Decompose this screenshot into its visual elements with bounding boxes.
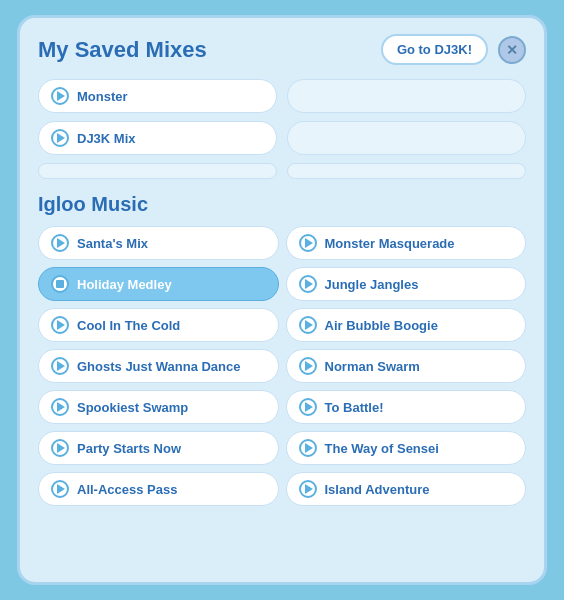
igloo-music-section: Igloo Music Santa's Mix Monster Masquera… — [38, 193, 526, 506]
music-label-holiday-medley: Holiday Medley — [77, 277, 172, 292]
saved-mix-row-1: Monster — [38, 79, 526, 113]
play-icon — [299, 480, 317, 498]
saved-mix-empty-1[interactable] — [287, 79, 526, 113]
saved-mix-empty-4[interactable] — [287, 163, 526, 179]
close-button[interactable]: ✕ — [498, 36, 526, 64]
saved-mix-empty-2[interactable] — [287, 121, 526, 155]
play-icon — [51, 398, 69, 416]
music-label-air-bubble-boogie: Air Bubble Boogie — [325, 318, 438, 333]
header: My Saved Mixes Go to DJ3K! ✕ — [38, 34, 526, 65]
music-item-santas-mix[interactable]: Santa's Mix — [38, 226, 279, 260]
music-item-jungle-jangles[interactable]: Jungle Jangles — [286, 267, 527, 301]
play-triangle — [57, 443, 65, 453]
music-item-air-bubble-boogie[interactable]: Air Bubble Boogie — [286, 308, 527, 342]
play-icon — [51, 357, 69, 375]
play-icon — [299, 357, 317, 375]
music-item-ghosts-wanna-dance[interactable]: Ghosts Just Wanna Dance — [38, 349, 279, 383]
goto-dj3k-button[interactable]: Go to DJ3K! — [381, 34, 488, 65]
music-label-ghosts-wanna-dance: Ghosts Just Wanna Dance — [77, 359, 241, 374]
music-item-way-of-sensei[interactable]: The Way of Sensei — [286, 431, 527, 465]
play-triangle — [57, 402, 65, 412]
play-triangle — [305, 361, 313, 371]
music-label-norman-swarm: Norman Swarm — [325, 359, 420, 374]
play-icon — [51, 439, 69, 457]
igloo-music-title: Igloo Music — [38, 193, 526, 216]
music-label-jungle-jangles: Jungle Jangles — [325, 277, 419, 292]
play-triangle — [57, 320, 65, 330]
play-icon — [51, 234, 69, 252]
play-icon — [299, 234, 317, 252]
play-triangle — [305, 443, 313, 453]
play-triangle — [57, 133, 65, 143]
play-triangle — [305, 238, 313, 248]
play-triangle — [57, 484, 65, 494]
music-label-to-battle: To Battle! — [325, 400, 384, 415]
play-icon — [51, 129, 69, 147]
music-item-holiday-medley[interactable]: Holiday Medley — [38, 267, 279, 301]
play-triangle — [305, 402, 313, 412]
music-item-island-adventure[interactable]: Island Adventure — [286, 472, 527, 506]
music-item-monster-masquerade[interactable]: Monster Masquerade — [286, 226, 527, 260]
stop-icon — [51, 275, 69, 293]
music-label-santas-mix: Santa's Mix — [77, 236, 148, 251]
music-item-cool-in-cold[interactable]: Cool In The Cold — [38, 308, 279, 342]
play-triangle — [57, 361, 65, 371]
music-item-party-starts-now[interactable]: Party Starts Now — [38, 431, 279, 465]
play-icon — [299, 316, 317, 334]
saved-mix-dj3k-label: DJ3K Mix — [77, 131, 136, 146]
saved-mix-empty-3[interactable] — [38, 163, 277, 179]
play-icon — [299, 439, 317, 457]
music-label-cool-in-cold: Cool In The Cold — [77, 318, 180, 333]
play-icon — [51, 480, 69, 498]
page-title: My Saved Mixes — [38, 37, 207, 63]
saved-mix-monster-label: Monster — [77, 89, 128, 104]
music-item-norman-swarm[interactable]: Norman Swarm — [286, 349, 527, 383]
music-item-to-battle[interactable]: To Battle! — [286, 390, 527, 424]
header-actions: Go to DJ3K! ✕ — [381, 34, 526, 65]
music-label-party-starts-now: Party Starts Now — [77, 441, 181, 456]
play-triangle — [305, 279, 313, 289]
play-triangle — [305, 484, 313, 494]
music-label-island-adventure: Island Adventure — [325, 482, 430, 497]
play-triangle — [57, 238, 65, 248]
saved-mix-row-2: DJ3K Mix — [38, 121, 526, 155]
play-icon — [51, 87, 69, 105]
play-icon — [51, 316, 69, 334]
music-item-spookiest-swamp[interactable]: Spookiest Swamp — [38, 390, 279, 424]
saved-mix-row-3 — [38, 163, 526, 179]
igloo-music-grid: Santa's Mix Monster Masquerade Holiday M… — [38, 226, 526, 506]
saved-mix-monster[interactable]: Monster — [38, 79, 277, 113]
saved-mixes-section: Monster DJ3K Mix — [38, 79, 526, 179]
play-triangle — [57, 91, 65, 101]
music-label-spookiest-swamp: Spookiest Swamp — [77, 400, 188, 415]
main-panel: My Saved Mixes Go to DJ3K! ✕ Monster DJ3… — [17, 15, 547, 585]
music-label-all-access-pass: All-Access Pass — [77, 482, 177, 497]
play-icon — [299, 398, 317, 416]
music-item-all-access-pass[interactable]: All-Access Pass — [38, 472, 279, 506]
saved-mix-dj3k[interactable]: DJ3K Mix — [38, 121, 277, 155]
stop-square — [56, 280, 64, 288]
music-label-monster-masquerade: Monster Masquerade — [325, 236, 455, 251]
play-icon — [299, 275, 317, 293]
play-triangle — [305, 320, 313, 330]
music-label-way-of-sensei: The Way of Sensei — [325, 441, 439, 456]
